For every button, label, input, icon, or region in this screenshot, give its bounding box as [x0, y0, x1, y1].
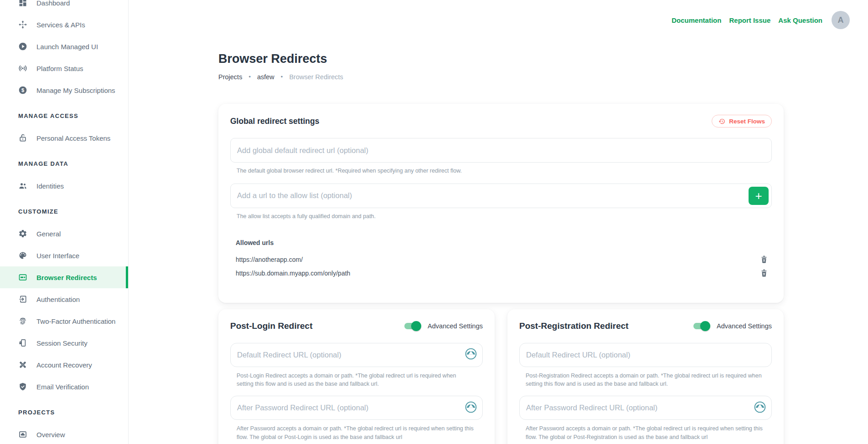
breadcrumb-projects[interactable]: Projects — [218, 73, 242, 81]
add-url-button[interactable]: + — [749, 187, 769, 205]
allowed-url-row: https://anotherapp.com/ — [236, 253, 772, 266]
breadcrumb-separator: • — [248, 73, 251, 81]
sidebar-item-authentication[interactable]: Authentication — [0, 288, 128, 310]
post-registration-redirect-field-1: Post-Registration Redirect accepts a dom… — [519, 343, 772, 389]
people-icon — [18, 181, 27, 190]
main-area: Documentation Report Issue Ask Question … — [129, 0, 868, 444]
advanced-settings-toggle[interactable] — [693, 323, 709, 329]
palette-icon — [18, 251, 27, 260]
breadcrumb-current: Browser Redirects — [289, 73, 343, 81]
after-password-redirect-url-input[interactable] — [526, 403, 754, 412]
sidebar-section-manage-data: MANAGE DATA — [0, 159, 128, 168]
post-login-redirect-card: Post-Login Redirect Advanced Settings Po… — [218, 309, 495, 444]
mountain-circle-icon — [465, 348, 477, 362]
sidebar-item-label: Personal Access Tokens — [36, 134, 110, 142]
flow-card-title: Post-Login Redirect — [230, 321, 313, 331]
sidebar-item-user-interface[interactable]: User Interface — [0, 245, 128, 266]
sidebar-item-identities[interactable]: Identities — [0, 175, 128, 197]
sidebar-section-projects: PROJECTS — [0, 408, 128, 417]
default-redirect-url-input[interactable] — [237, 351, 465, 359]
sidebar-item-label: Authentication — [36, 296, 80, 303]
flow-cards-row: Post-Login Redirect Advanced Settings Po… — [218, 309, 784, 444]
sidebar: Dashboard Services & APIs Launch Managed… — [0, 0, 129, 444]
sidebar-item-personal-access-tokens[interactable]: Personal Access Tokens — [0, 127, 128, 149]
sidebar-item-label: Two-Factor Authentication — [36, 317, 115, 325]
plus-icon: + — [755, 190, 762, 202]
documentation-link[interactable]: Documentation — [672, 16, 721, 24]
sidebar-item-label: Dashboard — [36, 0, 70, 7]
allow-list-helper: The allow list accepts a fully qualified… — [237, 212, 772, 221]
browser-icon — [18, 273, 27, 282]
svg-text:$: $ — [21, 87, 24, 93]
sidebar-item-manage-my-subscriptions[interactable]: $ Manage My Subscriptions — [0, 79, 128, 101]
gear-icon — [18, 229, 27, 238]
sidebar-item-dashboard[interactable]: Dashboard — [0, 0, 128, 14]
sidebar-item-label: Manage My Subscriptions — [36, 87, 115, 94]
platform-status-icon — [18, 64, 27, 73]
allowed-urls-list: https://anotherapp.com/ https://sub.doma… — [236, 253, 772, 280]
sidebar-item-label: Account Recovery — [36, 361, 92, 369]
login-icon — [18, 295, 27, 304]
global-redirect-settings-card: Global redirect settings Reset Flows The… — [218, 104, 784, 303]
post-registration-redirect-field-2: After Password accepts a domain or path.… — [519, 396, 772, 442]
sidebar-item-platform-status[interactable]: Platform Status — [0, 57, 128, 79]
allowed-urls-title: Allowed urls — [236, 239, 772, 246]
sidebar-section-customize: CUSTOMIZE — [0, 207, 128, 216]
global-default-url-helper: The default global browser redirect url.… — [237, 167, 772, 175]
sidebar-item-overview[interactable]: Overview — [0, 424, 128, 444]
sidebar-item-label: Identities — [36, 182, 64, 190]
lock-open-icon — [18, 133, 27, 143]
healing-icon — [18, 360, 27, 369]
sidebar-item-email-verification[interactable]: Email Verification — [0, 376, 128, 398]
allow-list-url-input[interactable] — [237, 191, 749, 200]
shield-check-icon — [18, 382, 27, 391]
post-login-redirect-field-1: Post-Login Redirect accepts a domain or … — [230, 343, 483, 389]
breadcrumb-project-name[interactable]: asfew — [257, 73, 274, 81]
post-registration-redirect-card: Post-Registration Redirect Advanced Sett… — [507, 309, 784, 444]
sidebar-item-account-recovery[interactable]: Account Recovery — [0, 354, 128, 376]
sidebar-item-session-security[interactable]: Session Security — [0, 332, 128, 354]
delete-url-button[interactable] — [760, 255, 768, 264]
allowed-url-text: https://anotherapp.com/ — [236, 256, 303, 263]
history-icon — [718, 118, 725, 125]
sidebar-item-label: Services & APIs — [36, 21, 85, 29]
delete-url-button[interactable] — [760, 269, 768, 278]
subscriptions-icon: $ — [18, 86, 27, 95]
default-redirect-url-input[interactable] — [526, 351, 766, 359]
trash-x-icon — [760, 269, 768, 278]
report-issue-link[interactable]: Report Issue — [729, 16, 770, 24]
reset-flows-button[interactable]: Reset Flows — [712, 115, 772, 128]
trash-x-icon — [760, 255, 768, 264]
advanced-settings-toggle[interactable] — [404, 323, 420, 329]
advanced-settings-label: Advanced Settings — [428, 322, 483, 330]
sidebar-section-manage-access: MANAGE ACCESS — [0, 111, 128, 120]
services-icon — [18, 20, 27, 29]
allow-list-field: + The allow list accepts a fully qualifi… — [230, 184, 772, 221]
sidebar-item-two-factor-authentication[interactable]: Two-Factor Authentication — [0, 310, 128, 332]
after-password-redirect-url-input[interactable] — [237, 403, 465, 412]
dashboard-icon — [18, 0, 27, 7]
avatar[interactable]: A — [832, 11, 850, 29]
global-card-title: Global redirect settings — [230, 117, 319, 126]
sidebar-item-label: General — [36, 230, 61, 238]
sidebar-item-services-apis[interactable]: Services & APIs — [0, 14, 128, 36]
sidebar-item-label: Browser Redirects — [36, 274, 97, 281]
post-login-redirect-field-2: After Password accepts a domain or path.… — [230, 396, 483, 442]
ask-question-link[interactable]: Ask Question — [778, 16, 822, 24]
allowed-url-text: https://sub.domain.myapp.com/only/path — [236, 270, 350, 277]
sidebar-item-browser-redirects[interactable]: Browser Redirects — [0, 266, 128, 288]
sidebar-item-general[interactable]: General — [0, 223, 128, 245]
advanced-settings-label: Advanced Settings — [717, 322, 772, 330]
flow-input-helper: After Password accepts a domain or path.… — [526, 424, 763, 442]
fingerprint-icon — [18, 316, 27, 326]
mountain-circle-icon — [465, 401, 477, 415]
overview-icon — [18, 430, 27, 439]
global-default-url-field: The default global browser redirect url.… — [230, 138, 772, 175]
mountain-circle-icon — [754, 401, 766, 415]
sidebar-item-label: Overview — [36, 431, 65, 439]
sidebar-item-launch-managed-ui[interactable]: Launch Managed UI — [0, 36, 128, 57]
flow-input-helper: Post-Login Redirect accepts a domain or … — [237, 372, 474, 389]
page-title: Browser Redirects — [218, 51, 784, 66]
global-default-url-input[interactable] — [237, 146, 769, 155]
sidebar-item-label: User Interface — [36, 252, 79, 260]
